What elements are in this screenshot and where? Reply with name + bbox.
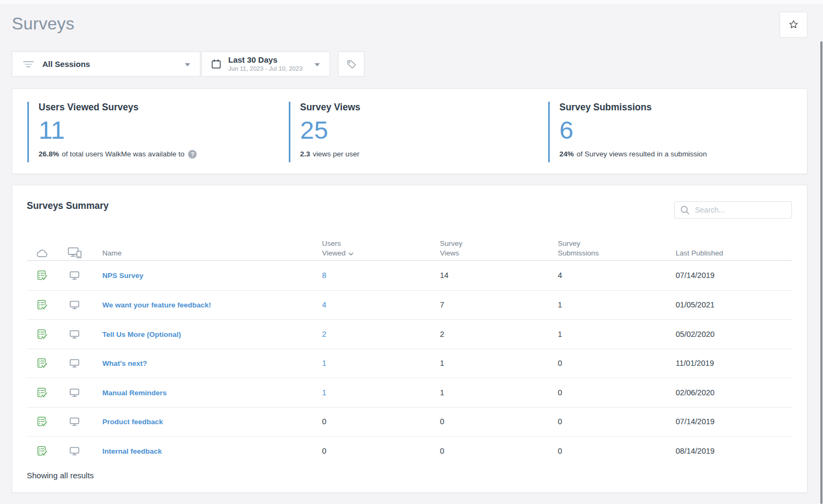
col-name-label: Name [102,249,122,257]
stat-title: Users Viewed Surveys [39,102,197,113]
filter-lines-icon [23,61,34,68]
col-users-viewed[interactable]: Users Viewed [322,239,440,258]
last-published-value: 02/06/2020 [676,388,792,397]
results-count-text: Showing all results [27,471,94,480]
summary-title: Surveys Summary [27,200,109,212]
survey-name-link[interactable]: Product feedback [102,418,163,426]
table-header-row: Name Users Viewed Survey Views Survey Su… [27,239,792,261]
col-last-published-label: Last Published [676,249,723,257]
survey-type-icon [27,299,57,310]
users-viewed-value[interactable]: 1 [322,359,326,367]
stat-value: 6 [559,117,707,144]
scrollbar-thumb[interactable] [820,41,822,504]
stats-card: Users Viewed Surveys 11 26.8% of total u… [12,88,807,174]
surveys-summary-card: Surveys Summary Name Users Vie [12,185,807,493]
col-last-published[interactable]: Last Published [676,249,792,258]
survey-type-icon [27,358,57,368]
users-viewed-value[interactable]: 0 [322,447,326,455]
date-range-dropdown[interactable]: Last 30 Days Jun 11, 2023 - Jul 10, 2023 [201,51,330,77]
col-name[interactable]: Name [92,249,322,258]
survey-name-link[interactable]: Tell Us More (Optional) [102,330,181,338]
col-survey-submissions-line2: Submissions [558,249,676,258]
survey-type-icon [27,270,57,281]
sort-desc-icon [348,252,354,255]
stat-subtitle-bold: 2.3 [300,150,310,158]
table-row: Internal feedback 0 0 0 08/14/2019 [27,436,792,465]
col-survey-views[interactable]: Survey Views [440,239,558,258]
users-viewed-value[interactable]: 8 [322,271,326,280]
table-row: NPS Survey 8 14 4 07/14/2019 [27,261,792,290]
last-published-value: 11/01/2019 [676,359,792,367]
search-box[interactable] [674,201,792,219]
search-input[interactable] [695,206,792,214]
stat-subtitle: 24% of Survey views resulted in a submis… [559,150,707,158]
survey-name-link[interactable]: NPS Survey [102,272,144,280]
calendar-icon [211,58,222,70]
col-survey-views-line2: Views [440,249,558,258]
sessions-filter-dropdown[interactable]: All Sessions [12,51,200,77]
scrollbar-track [819,0,823,504]
survey-submissions-value: 0 [558,417,676,426]
date-range-dates: Jun 11, 2023 - Jul 10, 2023 [228,65,303,73]
users-viewed-value[interactable]: 1 [322,388,326,397]
users-viewed-value[interactable]: 0 [322,417,326,426]
survey-submissions-value: 0 [558,447,676,455]
stat-subtitle-text: views per user [313,150,360,158]
table-row: Tell Us More (Optional) 2 2 1 05/02/2020 [27,319,792,349]
top-edge-highlight [0,0,823,4]
tag-filter-button[interactable] [338,51,364,77]
stat-subtitle-text: of total users WalkMe was available to [62,150,184,158]
col-users-viewed-line2: Viewed [322,249,346,258]
sessions-filter-label: All Sessions [42,59,90,69]
survey-type-icon [27,387,57,398]
last-published-value: 08/14/2019 [676,447,792,455]
date-range-label: Last 30 Days [228,55,303,65]
platform-desktop-icon [57,358,92,368]
chevron-down-icon [315,63,320,66]
survey-name-link[interactable]: Internal feedback [102,447,162,455]
col-survey-views-line1: Survey [440,239,558,249]
col-platforms[interactable] [57,247,92,258]
table-row: What's next? 1 1 0 11/01/2019 [27,349,792,378]
survey-views-value: 7 [440,300,558,309]
search-icon [680,205,690,215]
stat-value: 11 [39,117,197,144]
survey-name-link[interactable]: What's next? [102,359,147,367]
survey-submissions-value: 0 [558,359,676,367]
tag-icon [346,58,357,70]
survey-submissions-value: 1 [558,330,676,338]
stat-survey-submissions: Survey Submissions 6 24% of Survey views… [548,102,707,162]
stat-subtitle-text: of Survey views resulted in a submission [577,150,707,158]
filter-bar: All Sessions Last 30 Days Jun 11, 2023 -… [12,51,364,77]
stat-title: Survey Submissions [559,102,707,113]
table-row: We want your feature feedback! 4 7 1 01/… [27,290,792,320]
page-title: Surveys [12,14,74,34]
surveys-table: Name Users Viewed Survey Views Survey Su… [27,239,792,465]
help-icon[interactable]: ? [188,150,197,159]
survey-name-link[interactable]: We want your feature feedback! [102,301,211,309]
col-availability[interactable] [27,249,57,258]
users-viewed-value[interactable]: 2 [322,330,326,338]
devices-icon [68,247,82,258]
platform-desktop-icon [57,270,92,280]
survey-submissions-value: 1 [558,300,676,309]
survey-submissions-value: 0 [558,388,676,397]
last-published-value: 07/14/2019 [676,417,792,426]
platform-desktop-icon [57,417,92,426]
table-row: Manual Reminders 1 1 0 02/06/2020 [27,378,792,407]
stat-subtitle: 26.8% of total users WalkMe was availabl… [39,150,197,159]
survey-views-value: 1 [440,388,558,397]
last-published-value: 07/14/2019 [676,271,792,280]
survey-views-value: 1 [440,359,558,367]
survey-type-icon [27,416,57,427]
survey-views-value: 0 [440,447,558,455]
stat-users-viewed-surveys: Users Viewed Surveys 11 26.8% of total u… [27,102,197,162]
survey-name-link[interactable]: Manual Reminders [102,389,167,397]
stat-subtitle-bold: 24% [559,150,574,158]
users-viewed-value[interactable]: 4 [322,300,326,309]
survey-submissions-value: 4 [558,271,676,280]
favorite-button[interactable] [780,12,807,37]
survey-views-value: 0 [440,417,558,426]
cloud-icon [36,249,48,258]
col-survey-submissions[interactable]: Survey Submissions [558,239,676,258]
